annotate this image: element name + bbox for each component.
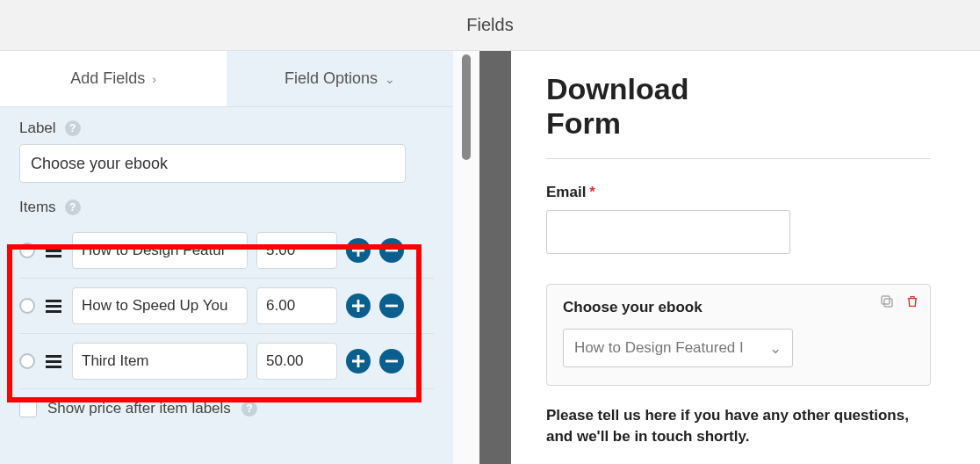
chevron-right-icon: › — [152, 72, 156, 86]
remove-item-button[interactable] — [379, 238, 404, 263]
item-price-input[interactable] — [256, 232, 337, 269]
help-icon[interactable]: ? — [65, 120, 81, 136]
chevron-down-icon: ⌄ — [769, 339, 782, 358]
drag-handle-icon[interactable] — [44, 243, 63, 259]
item-name-input[interactable] — [72, 343, 248, 380]
remove-item-button[interactable] — [379, 349, 404, 373]
add-item-button[interactable] — [346, 294, 371, 318]
dropdown-field-block[interactable]: Choose your ebook How to Design Featured… — [546, 284, 931, 386]
svg-rect-0 — [884, 299, 892, 307]
item-row — [19, 223, 434, 279]
form-divider — [546, 158, 931, 159]
item-name-input[interactable] — [72, 232, 248, 269]
minus-icon — [386, 300, 398, 312]
dropdown-selected: How to Design Featured I — [574, 339, 744, 357]
dropdown-select[interactable]: How to Design Featured I ⌄ — [563, 329, 793, 367]
left-scrollbar-thumb[interactable] — [462, 54, 471, 160]
email-label: Email * — [546, 184, 931, 201]
item-name-input[interactable] — [72, 287, 248, 324]
default-radio[interactable] — [19, 298, 35, 314]
item-row — [19, 334, 434, 389]
plus-icon — [352, 244, 364, 257]
remove-item-button[interactable] — [379, 294, 404, 318]
items-section: Items ? — [19, 199, 434, 417]
add-item-button[interactable] — [346, 349, 371, 373]
items-heading: Items ? — [19, 199, 434, 216]
label-input[interactable] — [19, 144, 406, 183]
tab-field-options-label: Field Options — [285, 69, 378, 88]
panel-divider — [479, 51, 511, 464]
form-note: Please tell us here if you have any othe… — [546, 405, 931, 447]
plus-icon — [352, 355, 364, 367]
default-radio[interactable] — [19, 353, 35, 369]
tab-add-fields-label: Add Fields — [70, 69, 145, 88]
plus-icon — [352, 300, 364, 312]
show-price-row: Show price after item labels ? — [19, 400, 434, 417]
field-options-body: Label ? Items ? — [0, 107, 453, 426]
item-price-input[interactable] — [256, 287, 337, 324]
drag-handle-icon[interactable] — [44, 353, 63, 370]
chevron-down-icon: ⌄ — [385, 72, 395, 86]
minus-icon — [386, 355, 398, 367]
tab-field-options[interactable]: Field Options ⌄ — [227, 51, 453, 106]
left-scrollbar-track — [453, 51, 479, 464]
form-preview-panel: Download Form Email * Choose your ebook … — [511, 51, 980, 464]
page-header: Fields — [0, 0, 980, 51]
duplicate-icon[interactable] — [879, 294, 895, 313]
dropdown-label: Choose your ebook — [563, 299, 914, 316]
editor-tabs: Add Fields › Field Options ⌄ — [0, 51, 453, 107]
main-layout: Add Fields › Field Options ⌄ Label ? Ite… — [0, 51, 980, 464]
field-editor-panel: Add Fields › Field Options ⌄ Label ? Ite… — [0, 51, 453, 464]
trash-icon[interactable] — [905, 294, 919, 313]
email-input[interactable] — [546, 210, 790, 254]
form-title: Download Form — [546, 72, 766, 141]
add-item-button[interactable] — [346, 238, 371, 263]
label-heading-text: Label — [19, 120, 56, 137]
item-row — [19, 279, 434, 334]
items-heading-text: Items — [19, 199, 56, 216]
help-icon[interactable]: ? — [65, 199, 81, 215]
help-icon[interactable]: ? — [241, 401, 257, 417]
tab-add-fields[interactable]: Add Fields › — [0, 51, 227, 106]
show-price-label: Show price after item labels — [47, 400, 231, 417]
item-price-input[interactable] — [256, 343, 337, 380]
email-label-text: Email — [546, 184, 586, 201]
default-radio[interactable] — [19, 243, 35, 258]
drag-handle-icon[interactable] — [44, 298, 63, 315]
minus-icon — [386, 244, 398, 257]
label-heading: Label ? — [19, 120, 434, 137]
page-title: Fields — [466, 15, 513, 35]
show-price-checkbox[interactable] — [19, 400, 37, 417]
block-actions — [879, 294, 919, 313]
required-asterisk: * — [589, 184, 595, 201]
svg-rect-1 — [882, 296, 890, 304]
